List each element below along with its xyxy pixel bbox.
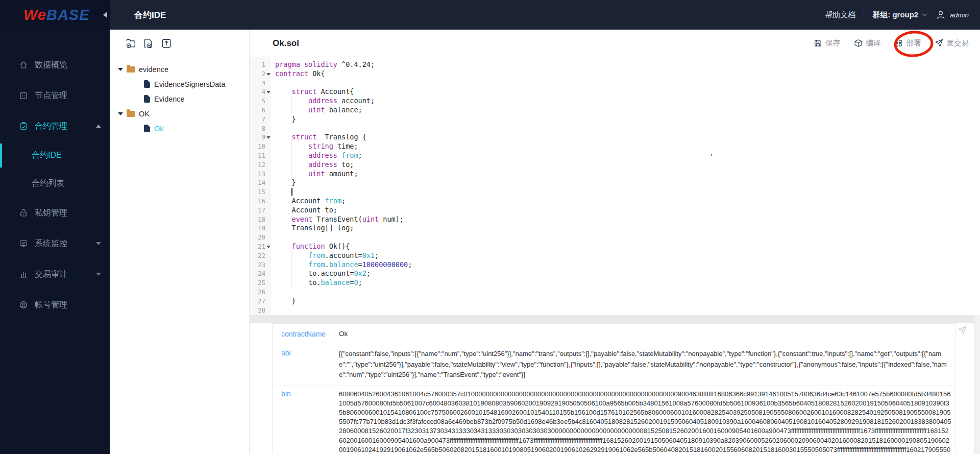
line-number: 13	[250, 170, 271, 179]
sidebar-item-4[interactable]: 系统监控	[0, 228, 110, 259]
code-line-27: 27 }	[250, 297, 980, 306]
tree-file-Evidence[interactable]: Evidence	[110, 91, 249, 106]
output-key: contractName	[273, 330, 339, 338]
chevron-down-icon	[922, 13, 927, 17]
tree-folder-OK[interactable]: OK	[110, 106, 249, 121]
output-row-bin: bin60806040526004361061004c576000357c010…	[273, 386, 955, 454]
text-cursor-artifact	[711, 154, 712, 156]
fold-caret-icon[interactable]	[266, 136, 271, 139]
line-number: 2	[250, 69, 271, 79]
sidebar-item-2[interactable]: 合约管理	[0, 111, 110, 141]
sidebar-item-6[interactable]: 帐号管理	[0, 290, 110, 320]
line-number: 18	[250, 215, 271, 224]
code-line-14: 14 }	[250, 178, 980, 187]
code-line-18: 18 event TransEvent(uint num);	[250, 215, 980, 224]
send-icon-disabled[interactable]	[958, 326, 967, 335]
group-selector[interactable]: 群组: group2	[872, 10, 927, 20]
caret-up-icon	[96, 125, 101, 128]
line-number: 4	[250, 87, 271, 97]
send-transaction-icon	[935, 39, 943, 47]
line-number: 7	[250, 115, 271, 124]
tree-file-Ok[interactable]: Ok	[110, 121, 249, 136]
code-line-9: 9 struct Translog {	[250, 133, 980, 142]
line-number: 10	[250, 142, 271, 151]
line-number: 16	[250, 197, 271, 206]
caret-down-icon	[118, 68, 123, 71]
sidebar-item-1[interactable]: 节点管理	[0, 80, 110, 111]
fold-caret-icon[interactable]	[266, 73, 271, 76]
horizontal-scrollbar-track[interactable]	[250, 315, 974, 323]
code-line-20: 20	[250, 233, 980, 242]
new-file-button[interactable]	[143, 38, 154, 49]
code-line-17: 17 Account to;	[250, 206, 980, 215]
file-tree: evidenceEvidenceSignersDataEvidenceOKOk	[110, 57, 249, 136]
user-icon[interactable]	[936, 10, 946, 20]
code-line-12: 12 address to;	[250, 160, 980, 170]
compile-button[interactable]: 编译	[854, 38, 881, 48]
code-line-16: 16 Account from;	[250, 197, 980, 206]
line-number: 11	[250, 151, 271, 160]
output-row-contractName: contractNameOk	[273, 324, 955, 344]
code-line-8: 8	[250, 124, 980, 133]
sidebar-item-3[interactable]: 私钥管理	[0, 198, 110, 228]
sidebar-item-0[interactable]: 数据概览	[0, 50, 110, 80]
tree-file-EvidenceSignersData[interactable]: EvidenceSignersData	[110, 77, 249, 91]
code-line-4: 4 struct Account{	[250, 87, 980, 97]
output-row-abi: abi[{"constant":false,"inputs":[{"name":…	[273, 344, 955, 386]
code-editor: Ok.sol 保存编译部署发交易 1pragma solidity ^0.4.2…	[250, 30, 980, 315]
code-area[interactable]: 1pragma solidity ^0.4.24;2contract Ok{34…	[250, 57, 980, 315]
sidebar: WeBASE 数据概览节点管理合约管理合约IDE合约列表私钥管理系统监控交易审计…	[0, 0, 110, 454]
line-number: 24	[250, 269, 271, 278]
file-name: Ok.sol	[273, 38, 299, 49]
sidebar-menu: 数据概览节点管理合约管理合约IDE合约列表私钥管理系统监控交易审计帐号管理	[0, 30, 110, 320]
folder-icon	[127, 66, 135, 73]
sidebar-subitem-2-1[interactable]: 合约列表	[0, 170, 110, 198]
line-number: 9	[250, 133, 271, 142]
save-button[interactable]: 保存	[814, 38, 841, 48]
logo-base: BASE	[46, 7, 90, 23]
line-number: 15	[250, 187, 271, 197]
line-number: 5	[250, 97, 271, 106]
help-docs-link[interactable]: 帮助文档	[825, 10, 855, 20]
logo-we: We	[23, 7, 46, 23]
code-line-13: 13 uint amount;	[250, 170, 980, 179]
sidebar-subitem-2-0[interactable]: 合约IDE	[0, 141, 110, 170]
send-transaction-button[interactable]: 发交易	[935, 38, 969, 48]
file-icon	[144, 80, 150, 88]
sidebar-item-5[interactable]: 交易审计	[0, 259, 110, 290]
code-line-3: 3	[250, 79, 980, 88]
compile-output-panel: contractNameOkabi[{"constant":false,"inp…	[250, 323, 980, 454]
caret-down-icon	[96, 273, 101, 276]
code-line-11: 11 address from;	[250, 151, 980, 160]
line-number: 14	[250, 178, 271, 187]
username: admin	[950, 11, 969, 19]
code-line-5: 5 address account;	[250, 97, 980, 106]
fold-caret-icon[interactable]	[266, 246, 271, 248]
page-title: 合约IDE	[110, 9, 166, 21]
vertical-scrollbar-track[interactable]	[974, 315, 980, 454]
output-value: Ok	[339, 330, 955, 338]
output-table: contractNameOkabi[{"constant":false,"inp…	[272, 323, 956, 454]
line-number: 25	[250, 278, 271, 288]
line-number: 27	[250, 297, 271, 306]
sidebar-collapse-icon[interactable]	[103, 12, 107, 18]
fold-caret-icon[interactable]	[266, 91, 271, 93]
output-key: bin	[273, 390, 339, 454]
line-number: 8	[250, 124, 271, 133]
code-line-22: 22 from.account=0x1;	[250, 251, 980, 260]
line-number: 1	[250, 60, 271, 69]
line-number: 22	[250, 251, 271, 260]
upload-button[interactable]	[161, 38, 172, 49]
code-line-15: 15	[250, 187, 980, 197]
topbar: 合约IDE 帮助文档 群组: group2 admin	[110, 0, 980, 30]
logo-row: WeBASE	[0, 0, 110, 30]
line-number: 6	[250, 106, 271, 115]
file-tree-panel: evidenceEvidenceSignersDataEvidenceOKOk	[110, 30, 250, 454]
new-folder-button[interactable]	[125, 38, 136, 49]
line-number: 21	[250, 242, 271, 251]
tree-folder-evidence[interactable]: evidence	[110, 62, 249, 77]
caret-down-icon	[96, 242, 101, 245]
webase-logo[interactable]: WeBASE	[23, 7, 90, 23]
save-icon	[814, 39, 822, 47]
deploy-button[interactable]: 部署	[894, 38, 921, 48]
